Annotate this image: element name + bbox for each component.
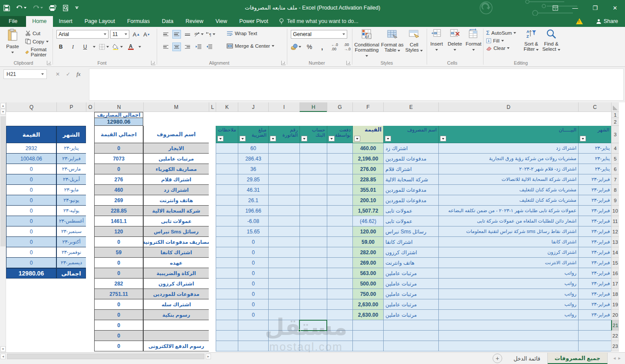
expenses-notes-cell[interactable] (216, 143, 238, 154)
copy-button[interactable]: Copy (25, 39, 53, 44)
column-header-G[interactable]: G (327, 102, 352, 112)
expenses-tax-cell[interactable]: 15.65 (238, 226, 268, 237)
expenses-notes-cell[interactable] (216, 226, 238, 237)
expenses-paidby-cell[interactable] (327, 310, 352, 320)
cut-button[interactable]: Cut (25, 30, 53, 36)
sort-filter-button[interactable]: AZ Sort & Filter (522, 29, 541, 52)
expenses-desc-cell[interactable]: اشتراك شركة السحابة الالية للاتصالات (438, 174, 578, 185)
expenses-notes-cell[interactable] (216, 174, 238, 185)
fill-button[interactable]: Fill (486, 38, 516, 43)
expenses-month-cell[interactable]: فبراير-٢٣ (578, 247, 611, 258)
totals-value-cell[interactable]: 228.85 (94, 206, 143, 216)
expenses-value-cell[interactable]: (46.62) (352, 216, 383, 226)
expenses-value-cell[interactable]: 2,196.00 (352, 154, 383, 164)
comma-style-button[interactable]: , (318, 43, 326, 51)
filter-dropdown-value[interactable] (354, 136, 360, 141)
column-header-M[interactable]: M (143, 102, 209, 112)
expenses-tax-cell[interactable]: 0 (238, 299, 268, 310)
summary-month-cell[interactable]: أغسطس-٢٣ (56, 216, 86, 226)
filter-dropdown-bank[interactable] (301, 136, 307, 141)
expenses-invoice-cell[interactable] (268, 289, 299, 299)
fill-handle[interactable] (298, 329, 301, 332)
expenses-empty-cell[interactable] (352, 331, 383, 341)
accounting-format-button[interactable] (291, 43, 301, 51)
expenses-tax-cell[interactable]: 286.43 (238, 154, 268, 164)
totals-header-name[interactable]: اسم المصروف (143, 126, 209, 143)
tab-file[interactable]: File (0, 16, 26, 27)
expenses-tax-cell[interactable]: 36 (238, 164, 268, 174)
filter-dropdown-expense-name[interactable] (385, 136, 391, 141)
text-direction-button[interactable]: ¶ (206, 30, 215, 39)
expenses-invoice-cell[interactable] (268, 258, 299, 268)
filter-dropdown-invoice[interactable] (270, 136, 276, 141)
tab-page-layout[interactable]: Page Layout (79, 16, 121, 27)
summary-month-cell[interactable]: أبريل-٢٣ (56, 174, 86, 185)
expenses-empty-cell[interactable] (268, 341, 299, 351)
totals-value-cell[interactable]: 0 (94, 341, 143, 351)
summary-value-cell[interactable]: 10048.06 (6, 154, 56, 164)
totals-value-cell[interactable]: 460 (94, 185, 143, 195)
column-header-C[interactable]: C (578, 102, 611, 112)
expenses-month-cell[interactable]: يناير-٢٣ (578, 143, 611, 154)
expenses-invoice-cell[interactable] (268, 185, 299, 195)
expenses-bank-cell[interactable] (299, 268, 327, 279)
column-header-N[interactable]: N (94, 102, 143, 112)
expenses-empty-cell[interactable] (268, 320, 299, 331)
insert-function-icon[interactable]: fx (76, 71, 80, 78)
expenses-bank-cell[interactable] (299, 279, 327, 289)
expenses-header-bank[interactable]: حساب البنك (299, 126, 327, 143)
grow-font-button[interactable]: A▲ (132, 30, 141, 39)
expenses-notes-cell[interactable] (216, 216, 238, 226)
expenses-value-cell[interactable]: 2,630.00 (352, 299, 383, 310)
expenses-month-cell[interactable]: فبراير-٢٣ (578, 206, 611, 216)
totals-name-cell[interactable]: رسوم الدفع الالكترونى (143, 341, 209, 351)
expenses-month-cell[interactable]: فبراير-٢٣ (578, 195, 611, 206)
filter-dropdown-paid-by[interactable] (329, 136, 335, 141)
tab-power-pivot[interactable]: Power Pivot (233, 16, 274, 27)
expenses-notes-cell[interactable] (216, 164, 238, 174)
expenses-month-cell[interactable]: فبراير-٢٣ (578, 216, 611, 226)
expenses-value-cell[interactable]: 59.00 (352, 237, 383, 247)
totals-name-cell[interactable]: اشتراك سله (143, 299, 209, 310)
column-header-H[interactable]: H (299, 102, 327, 112)
row-header-9[interactable]: 9 (611, 195, 619, 206)
expenses-bank-cell[interactable] (299, 299, 327, 310)
align-right-button[interactable] (183, 43, 192, 51)
expenses-name-cell[interactable]: مرتبات عاملين (383, 279, 438, 289)
expenses-header-paid-by[interactable]: دفعت بواسطة (327, 126, 352, 143)
summary-value-cell[interactable]: 0 (6, 195, 56, 206)
expenses-month-cell[interactable]: فبراير-٢٣ (578, 185, 611, 195)
expenses-month-cell[interactable]: فبراير-٢٣ (578, 174, 611, 185)
vertical-scrollbar[interactable]: ▲ ▼ ▼ (0, 102, 6, 352)
expenses-month-cell[interactable]: فبراير-٢٣ (578, 310, 611, 320)
expenses-invoice-cell[interactable] (268, 279, 299, 289)
row-header-18[interactable]: 18 (611, 289, 619, 299)
column-header-Q[interactable]: Q (6, 102, 56, 112)
expenses-bank-cell[interactable] (299, 164, 327, 174)
totals-header-value[interactable]: اجمالي القيمة (94, 126, 143, 143)
autosum-button[interactable]: ΣAutoSum (486, 30, 516, 36)
expenses-name-cell[interactable]: مدفوعات للموردين (383, 195, 438, 206)
expenses-paidby-cell[interactable] (327, 268, 352, 279)
font-dialog-launcher[interactable] (151, 61, 155, 65)
expenses-desc-cell[interactable]: رواتب (438, 310, 578, 320)
expenses-header-description[interactable]: البيـــــان (438, 126, 578, 143)
expenses-name-cell[interactable]: هاتف وانترنت (383, 258, 438, 268)
column-header-J[interactable]: J (238, 102, 268, 112)
delete-cells-button[interactable]: Delete (446, 29, 464, 52)
totals-name-cell[interactable]: اشتراك زد (143, 185, 209, 195)
name-box[interactable]: H21 (3, 69, 47, 79)
expenses-empty-cell[interactable] (327, 320, 352, 331)
align-bottom-button[interactable] (183, 30, 192, 39)
row-header-19[interactable]: 19 (611, 299, 619, 310)
column-header-P[interactable]: P (56, 102, 86, 112)
expenses-desc-cell[interactable]: اشتراك نقاط رسائل sms شركة نبراس لتقنية … (438, 226, 578, 237)
expenses-header-value[interactable]: القيمة (352, 126, 383, 143)
totals-value-cell[interactable]: 1461.1 (94, 216, 143, 226)
expenses-empty-cell[interactable] (238, 331, 268, 341)
row-header-4[interactable]: 4 (611, 143, 619, 154)
activation-warning-icon[interactable] (576, 18, 583, 24)
totals-name-cell[interactable]: الايجار (143, 143, 209, 154)
new-sheet-button[interactable]: + (493, 354, 502, 363)
expenses-desc-cell[interactable]: اشتراك كرزون (438, 247, 578, 258)
